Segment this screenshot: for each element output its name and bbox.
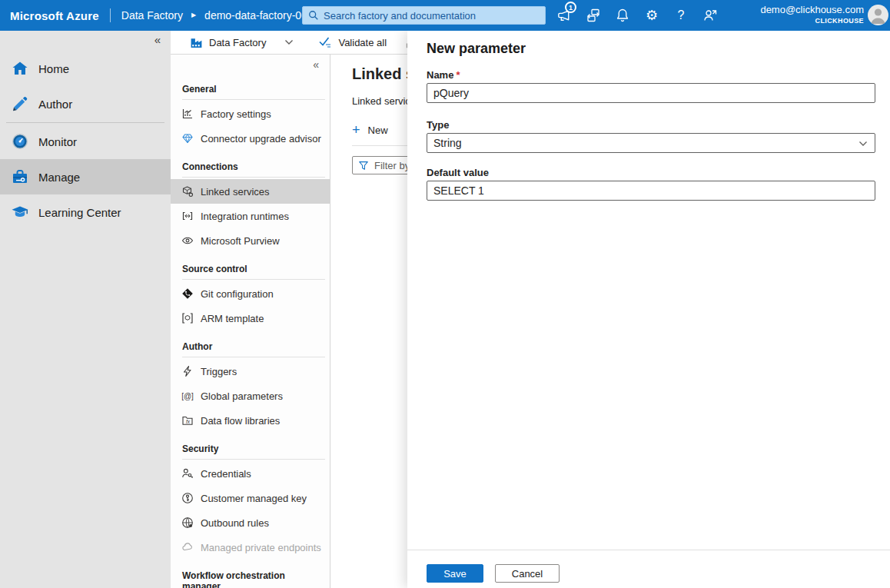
arm-template-icon bbox=[181, 312, 194, 324]
diamond-icon bbox=[181, 132, 194, 145]
chevron-down-icon[interactable] bbox=[284, 39, 294, 45]
key-icon bbox=[181, 492, 194, 504]
linked-services-icon bbox=[181, 185, 194, 198]
nav-item-linked-services[interactable]: Linked services bbox=[171, 179, 330, 204]
help-icon: ? bbox=[678, 9, 685, 22]
topbar-divider bbox=[110, 8, 111, 22]
section-header-workflow-orchestration-manager: Workflow orchestration manager bbox=[171, 570, 330, 588]
name-label: Name* bbox=[427, 69, 875, 81]
gauge-icon bbox=[11, 132, 29, 151]
nav-item-microsoft-purview[interactable]: Microsoft Purview bbox=[171, 228, 330, 253]
data-flow-libraries-icon: fx bbox=[181, 414, 194, 427]
factory-selector-label: Data Factory bbox=[209, 37, 266, 48]
section-header-general: General bbox=[171, 84, 330, 95]
help-button[interactable]: ? bbox=[672, 0, 689, 31]
nav-item-connector-upgrade-advisor[interactable]: Connector upgrade advisor bbox=[171, 126, 330, 151]
sidebar-item-label: Learning Center bbox=[38, 206, 121, 219]
section-divider bbox=[182, 177, 325, 178]
eye-icon bbox=[181, 234, 194, 247]
directory-switch-icon bbox=[586, 8, 601, 23]
nav-item-credentials[interactable]: Credentials bbox=[171, 461, 330, 486]
nav-item-label: ARM template bbox=[201, 313, 264, 324]
search-icon bbox=[308, 10, 319, 21]
account-menu[interactable]: demo@clickhouse.com CLICKHOUSE bbox=[760, 4, 864, 26]
factory-selector[interactable]: Data Factory bbox=[190, 36, 266, 49]
validate-check-icon bbox=[318, 36, 332, 48]
directory-switch-button[interactable] bbox=[585, 0, 602, 31]
home-icon bbox=[11, 59, 29, 78]
new-parameter-panel: New parameter Name* Type String Default … bbox=[407, 31, 890, 588]
chevron-down-icon bbox=[858, 141, 868, 147]
sidebar-item-label: Home bbox=[38, 62, 69, 75]
cancel-button[interactable]: Cancel bbox=[495, 564, 560, 583]
feedback-icon bbox=[702, 8, 718, 23]
svg-text:fx: fx bbox=[186, 419, 191, 424]
sidebar-item-learning-center[interactable]: Learning Center bbox=[0, 194, 171, 230]
default-value-field[interactable] bbox=[427, 181, 875, 201]
nav-item-label: Linked services bbox=[201, 186, 270, 198]
panel-footer: Save Cancel bbox=[407, 550, 890, 588]
nav-item-managed-private-endpoints[interactable]: Managed private endpoints bbox=[171, 535, 330, 560]
nav-item-label: Triggers bbox=[201, 366, 237, 377]
announcements-button[interactable]: 1 bbox=[556, 0, 573, 31]
breadcrumb-instance[interactable]: demo-data-factory-00 bbox=[204, 9, 304, 22]
section-divider bbox=[182, 459, 325, 460]
azure-brand[interactable]: Microsoft Azure bbox=[0, 9, 99, 22]
side-nav-collapse-icon[interactable]: « bbox=[171, 55, 330, 73]
feedback-button[interactable] bbox=[702, 0, 719, 31]
global-search[interactable] bbox=[302, 6, 546, 25]
settings-button[interactable]: ⚙ bbox=[643, 0, 660, 31]
nav-item-label: Data flow libraries bbox=[201, 415, 280, 427]
nav-item-git-configuration[interactable]: Git configuration bbox=[171, 281, 330, 306]
name-field[interactable] bbox=[427, 83, 875, 103]
left-nav-collapse-icon[interactable]: « bbox=[0, 31, 171, 51]
filter-funnel-icon bbox=[358, 160, 369, 171]
notifications-button[interactable] bbox=[614, 0, 631, 31]
toolbox-icon bbox=[11, 168, 29, 186]
top-bar: Microsoft Azure Data Factory ▶ demo-data… bbox=[0, 0, 890, 31]
left-nav-divider bbox=[6, 122, 164, 123]
nav-item-global-parameters[interactable]: [@] Global parameters bbox=[171, 384, 330, 408]
credentials-icon bbox=[181, 467, 194, 480]
sidebar-item-author[interactable]: Author bbox=[0, 86, 171, 121]
type-select[interactable]: String bbox=[427, 133, 875, 153]
sidebar-item-monitor[interactable]: Monitor bbox=[0, 124, 171, 159]
avatar[interactable] bbox=[868, 5, 888, 25]
search-input[interactable] bbox=[324, 10, 531, 22]
sidebar-item-label: Manage bbox=[38, 171, 80, 184]
save-button[interactable]: Save bbox=[427, 564, 483, 583]
nav-item-label: Microsoft Purview bbox=[201, 235, 280, 247]
nav-item-label: Connector upgrade advisor bbox=[201, 133, 321, 145]
section-header-source-control: Source control bbox=[171, 264, 330, 274]
graduation-cap-icon bbox=[11, 203, 29, 221]
section-divider bbox=[182, 357, 325, 357]
git-icon bbox=[181, 287, 194, 300]
nav-item-integration-runtimes[interactable]: Integration runtimes bbox=[171, 204, 330, 228]
nav-item-data-flow-libraries[interactable]: fx Data flow libraries bbox=[171, 408, 330, 433]
nav-item-customer-managed-key[interactable]: Customer managed key bbox=[171, 486, 330, 510]
nav-item-factory-settings[interactable]: Factory settings bbox=[171, 101, 330, 126]
type-select-value: String bbox=[433, 137, 462, 149]
nav-item-label: Git configuration bbox=[201, 288, 274, 300]
breadcrumb-arrow-icon: ▶ bbox=[191, 0, 196, 31]
sidebar-item-manage[interactable]: Manage bbox=[0, 159, 171, 194]
sidebar-item-home[interactable]: Home bbox=[0, 51, 171, 86]
nav-item-label: Global parameters bbox=[201, 390, 283, 402]
validate-all-button[interactable]: Validate all bbox=[318, 36, 387, 48]
factory-icon bbox=[190, 36, 203, 49]
bell-icon bbox=[615, 8, 630, 23]
sidebar-item-label: Author bbox=[38, 98, 72, 111]
default-value-label: Default value bbox=[427, 167, 875, 178]
plus-icon: + bbox=[352, 122, 360, 138]
left-nav: « Home Author Monitor bbox=[0, 31, 171, 588]
nav-item-label: Customer managed key bbox=[201, 493, 307, 504]
section-divider bbox=[182, 99, 325, 100]
nav-item-label: Integration runtimes bbox=[201, 211, 289, 222]
account-email: demo@clickhouse.com bbox=[760, 4, 864, 17]
nav-item-arm-template[interactable]: ARM template bbox=[171, 306, 330, 331]
nav-item-outbound-rules[interactable]: Outbound rules bbox=[171, 510, 330, 535]
nav-item-label: Factory settings bbox=[201, 108, 271, 120]
globe-icon bbox=[181, 517, 194, 529]
nav-item-triggers[interactable]: Triggers bbox=[171, 359, 330, 384]
breadcrumb-product[interactable]: Data Factory bbox=[121, 9, 183, 22]
